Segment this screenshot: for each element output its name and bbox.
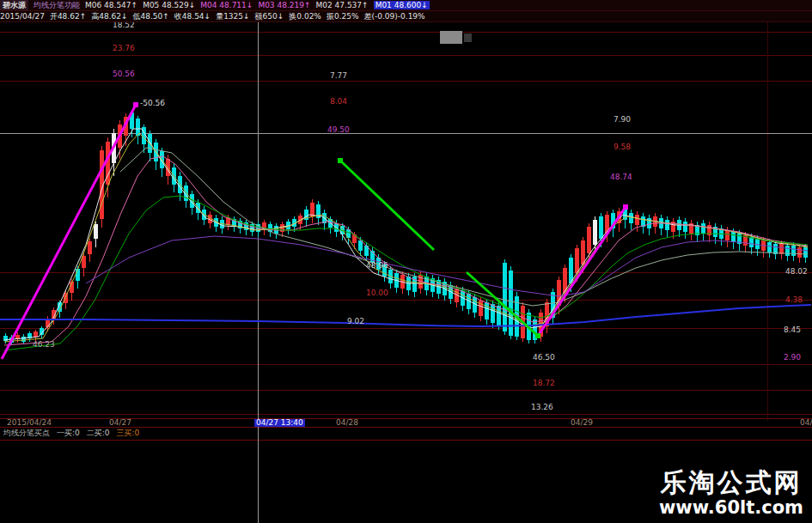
signal-marker	[623, 204, 628, 210]
quote-item-list: 开48.62↑高48.62↓低48.50↑收48.54↓量1325↓额650↓换…	[50, 11, 430, 21]
gray-overlay-box	[464, 33, 472, 42]
candle-body	[791, 246, 796, 256]
stock-name[interactable]: 碧水源	[0, 0, 28, 10]
candle-body	[76, 269, 80, 281]
date-tick-label: 04/27	[109, 419, 131, 427]
candle-body	[665, 220, 669, 230]
quote-item: 开48.62↑	[50, 12, 86, 21]
candle-body	[491, 304, 495, 323]
signal-item-list: 一买:0二买:0三买:0	[57, 429, 146, 437]
candle-body	[575, 248, 579, 273]
candle-body	[683, 222, 687, 232]
candle-body	[21, 337, 26, 342]
ma-blue-slow	[0, 305, 811, 326]
candle-body	[779, 244, 784, 254]
date-tick-label: 04/3	[800, 419, 812, 427]
candle-body	[587, 227, 591, 253]
quote-item: 振0.25%	[327, 12, 359, 21]
quote-item: 换0.02%	[289, 12, 321, 21]
signal-count: 一买:0	[57, 429, 80, 437]
candle-body	[749, 237, 754, 247]
quote-item: 收48.54↓	[174, 12, 211, 21]
quote-info-bar: 2015/04/27 开48.62↑高48.62↓低48.50↑收48.54↓量…	[0, 11, 812, 22]
buy-leg-magenta-2	[538, 207, 626, 336]
ma-value: M06 48.547↑	[85, 1, 137, 9]
candle-body	[647, 218, 651, 228]
candle-body	[497, 306, 501, 326]
quote-item: 量1325↓	[216, 12, 249, 21]
candle-body	[629, 213, 633, 223]
candle-body	[599, 216, 603, 239]
ma-value: M05 48.529↓	[143, 1, 195, 9]
watermark-url: www.60lt.com	[659, 497, 803, 518]
date-tick-label: 04/29	[571, 419, 593, 427]
candle-body	[803, 247, 808, 258]
candle-body	[310, 203, 314, 216]
date-tick-label: 2015/04/24	[7, 419, 52, 427]
chart-area[interactable]	[0, 0, 812, 523]
quote-item: 高48.62↓	[91, 12, 127, 21]
candle-body	[88, 241, 92, 254]
ma-value-list: M06 48.547↑M05 48.529↓M04 48.711↓M03 48.…	[85, 0, 435, 10]
quote-item: 额650↓	[255, 12, 284, 21]
ma-value: M02 47.537↑	[316, 1, 369, 9]
candle-body	[725, 230, 730, 240]
candle-body	[701, 223, 705, 234]
candle-body	[767, 242, 772, 252]
ma-value: M01 48.600↓	[374, 1, 430, 9]
ma-pink	[4, 156, 808, 345]
signal-indicator-name: 均线分笔买点	[3, 429, 50, 437]
candle-body	[755, 239, 760, 249]
candle-body	[34, 331, 38, 337]
ma-yellow	[4, 133, 808, 342]
candle-body	[563, 268, 567, 294]
candle-body	[485, 302, 489, 319]
indicator-name[interactable]: 均线分笔功能	[34, 0, 80, 10]
candlestick-chart[interactable]	[0, 0, 812, 523]
ma-value: M04 48.711↓	[200, 1, 253, 9]
gray-overlay-box	[440, 31, 462, 44]
candle-body	[797, 247, 802, 258]
candle-body	[503, 263, 507, 331]
date-tick-label: 04/28	[336, 419, 358, 427]
candle-body	[593, 220, 597, 245]
ma-value: M03 48.219↑	[258, 1, 310, 9]
buy-leg-magenta-1	[2, 105, 136, 359]
candle-body	[94, 224, 98, 239]
signal-count: 三买:0	[117, 429, 140, 437]
signal-count: 二买:0	[87, 429, 110, 437]
quote-item: 低48.50↑	[133, 12, 169, 21]
signal-marker	[338, 158, 343, 163]
candle-body	[635, 215, 639, 225]
candle-body	[785, 246, 790, 256]
crosshair-time-label: 04/27 13:40	[254, 419, 305, 427]
signal-marker	[535, 333, 540, 338]
quote-item: 差(-0.09)-0.19%	[364, 12, 425, 21]
quote-date: 2015/04/27	[0, 11, 45, 21]
title-bar: 碧水源 均线分笔功能 M06 48.547↑M05 48.529↓M04 48.…	[0, 0, 812, 11]
watermark: 乐淘公式网 www.60lt.com	[659, 468, 803, 518]
ma-green	[4, 196, 808, 350]
trading-app-window: 18.5223.7650.56-50.567.778.0449.507.909.…	[0, 0, 812, 523]
watermark-site-name: 乐淘公式网	[659, 468, 803, 497]
signal-status-bar: 均线分笔买点一买:0二买:0三买:0	[3, 429, 153, 438]
candle-body	[731, 232, 736, 242]
signal-marker	[133, 102, 138, 107]
